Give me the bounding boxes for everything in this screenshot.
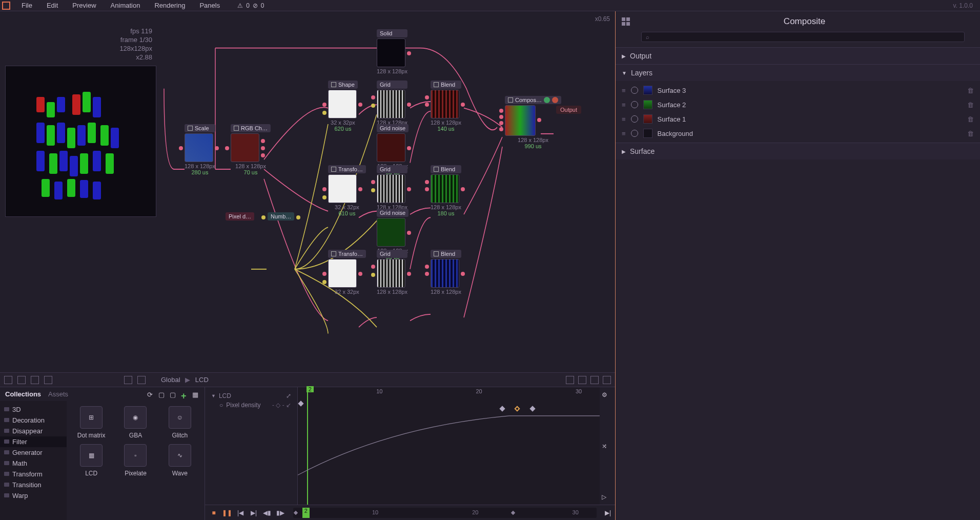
preview-image[interactable] — [5, 66, 156, 217]
node-number[interactable]: Numb… — [268, 212, 294, 221]
timeline-shuffle-icon[interactable]: ⤨ — [602, 443, 613, 450]
drag-handle-icon[interactable]: ≡ — [622, 87, 626, 94]
panel-grid-icon[interactable] — [622, 17, 630, 26]
menu-edit[interactable]: Edit — [39, 1, 65, 10]
tree-item-disappear[interactable]: Disappear — [0, 426, 67, 436]
add-icon[interactable]: + — [181, 391, 188, 398]
inspector-search-input[interactable]: ⌕ — [641, 32, 965, 42]
tool-icon[interactable] — [17, 376, 26, 384]
tool-icon[interactable] — [31, 376, 39, 384]
menu-animation[interactable]: Animation — [104, 1, 148, 10]
tab-assets[interactable]: Assets — [48, 390, 68, 398]
frame-label: frame 1/30 — [5, 35, 152, 44]
asset-gba[interactable]: ◉GBA — [116, 406, 155, 439]
mini-keyframe[interactable] — [294, 510, 298, 514]
folder-icon[interactable]: ▢ — [158, 391, 166, 398]
tree-item-transition[interactable]: Transition — [0, 479, 67, 490]
section-layers-header[interactable]: ▼ Layers — [616, 65, 980, 81]
canvas-frame-icon[interactable] — [590, 376, 599, 384]
breadcrumb[interactable]: Global ▶ LCD — [161, 376, 209, 384]
refresh-icon[interactable]: ⟳ — [147, 391, 154, 398]
asset-dot-matrix[interactable]: ⊞Dot matrix — [72, 406, 111, 439]
menu-file[interactable]: File — [14, 1, 39, 10]
menu-rendering[interactable]: Rendering — [147, 1, 192, 10]
node-transform-1[interactable]: Transfo… 32 x 32px 610 us — [328, 165, 366, 216]
timeline-ruler[interactable]: 10 20 30 — [298, 387, 600, 396]
new-folder-icon[interactable]: ▢ — [170, 391, 177, 398]
section-surface-header[interactable]: ▶ Surface — [616, 143, 980, 159]
track-pixel-density[interactable]: ○Pixel density- ◇ - ↙ — [209, 401, 293, 410]
node-output-tag[interactable]: Output — [556, 106, 581, 114]
menu-preview[interactable]: Preview — [65, 1, 103, 10]
stop-button[interactable]: ■ — [209, 508, 218, 517]
drag-handle-icon[interactable]: ≡ — [622, 115, 626, 123]
canvas-curve-icon[interactable] — [578, 376, 586, 384]
node-rgb-channel[interactable]: RGB Ch… 128 x 128px 70 us — [231, 124, 271, 175]
error-count: 0 — [261, 2, 264, 9]
step-back-button[interactable]: |◀ — [236, 508, 245, 517]
node-blend-2[interactable]: Blend 128 x 128px 180 us — [431, 165, 461, 216]
node-transform-2[interactable]: Transfo… 32 x 32px — [328, 250, 366, 295]
tree-item-filter[interactable]: Filter — [0, 436, 67, 447]
canvas-grid-icon[interactable] — [566, 376, 574, 384]
tree-item-transform[interactable]: Transform — [0, 469, 67, 479]
node-grid-1[interactable]: Grid 128 x 128px — [377, 81, 407, 126]
delete-icon[interactable]: 🗑 — [967, 87, 974, 94]
visibility-icon[interactable] — [631, 87, 638, 94]
visibility-icon[interactable] — [631, 101, 638, 108]
timeline-end-icon[interactable]: ▶| — [605, 509, 611, 516]
node-grid-2[interactable]: Grid 128 x 128px — [377, 165, 407, 210]
tab-collections[interactable]: Collections — [5, 390, 41, 398]
prev-key-button[interactable]: ◀▮ — [262, 508, 272, 517]
delete-icon[interactable]: 🗑 — [967, 101, 974, 109]
layer-row[interactable]: ≡ Surface 2 🗑 — [616, 97, 980, 112]
visibility-icon[interactable] — [631, 130, 638, 137]
tree-item-warp[interactable]: Warp — [0, 490, 67, 501]
timeline-settings-icon[interactable]: ⚙ — [602, 391, 613, 398]
delete-icon[interactable]: 🗑 — [967, 115, 974, 123]
pause-button[interactable]: ❚❚ — [222, 508, 232, 517]
chevron-right-icon: ▶ — [622, 53, 626, 59]
node-scale[interactable]: Scale 128 x 128px 280 us — [185, 124, 215, 175]
expand-icon[interactable]: ⤢ — [286, 392, 291, 399]
drag-handle-icon[interactable]: ≡ — [622, 101, 626, 109]
tool-icon[interactable] — [124, 376, 132, 384]
warning-count: 0 — [246, 2, 250, 9]
next-key-button[interactable]: ▮▶ — [276, 508, 285, 517]
asset-pixelate[interactable]: ▫Pixelate — [116, 444, 155, 477]
tree-item-generator[interactable]: Generator — [0, 447, 67, 458]
step-fwd-button[interactable]: ▶| — [249, 508, 258, 517]
layer-row[interactable]: ≡ Background 🗑 — [616, 126, 980, 141]
tree-item-math[interactable]: Math — [0, 458, 67, 469]
asset-lcd[interactable]: ▦LCD — [72, 444, 111, 477]
tool-icon[interactable] — [44, 376, 52, 384]
layer-row[interactable]: ≡ Surface 1 🗑 — [616, 112, 980, 126]
section-output-header[interactable]: ▶ Output — [616, 48, 980, 64]
node-solid[interactable]: Solid 128 x 128px — [377, 29, 407, 74]
drag-handle-icon[interactable]: ≡ — [622, 130, 626, 137]
node-blend-1[interactable]: Blend 128 x 128px 140 us — [431, 81, 461, 132]
grid-view-icon[interactable]: ▦ — [192, 391, 199, 398]
delete-icon[interactable]: 🗑 — [967, 130, 974, 137]
node-grid-3[interactable]: Grid 128 x 128px — [377, 250, 407, 295]
asset-wave[interactable]: ∿Wave — [160, 444, 199, 477]
tool-icon[interactable] — [137, 376, 146, 384]
node-shape[interactable]: Shape 32 x 32px 620 us — [328, 81, 358, 132]
layer-row[interactable]: ≡ Surface 3 🗑 — [616, 83, 980, 97]
canvas-snap-icon[interactable] — [603, 376, 611, 384]
tree-item-decoration[interactable]: Decoration — [0, 415, 67, 426]
visibility-icon[interactable] — [631, 115, 638, 123]
tool-icon[interactable] — [4, 376, 12, 384]
mini-keyframe[interactable] — [511, 510, 515, 514]
asset-glitch[interactable]: ☺Glitch — [160, 406, 199, 439]
menu-panels[interactable]: Panels — [192, 1, 227, 10]
node-blend-3[interactable]: Blend 128 x 128px — [431, 250, 461, 295]
timeline-play-icon[interactable]: ▷ — [602, 493, 613, 501]
node-pixel-density[interactable]: Pixel d… — [226, 212, 254, 221]
tree-item-3d[interactable]: 3D — [0, 404, 67, 415]
timeline-graph[interactable]: 10 20 30 2 — [297, 387, 600, 505]
track-lcd[interactable]: ▼LCD⤢ — [209, 391, 293, 401]
node-badge-icon — [544, 97, 550, 103]
timeline-mini-ruler[interactable]: 2 10 20 30 — [293, 508, 597, 518]
node-composite[interactable]: Compos… 128 x 128px 990 us — [505, 96, 561, 149]
